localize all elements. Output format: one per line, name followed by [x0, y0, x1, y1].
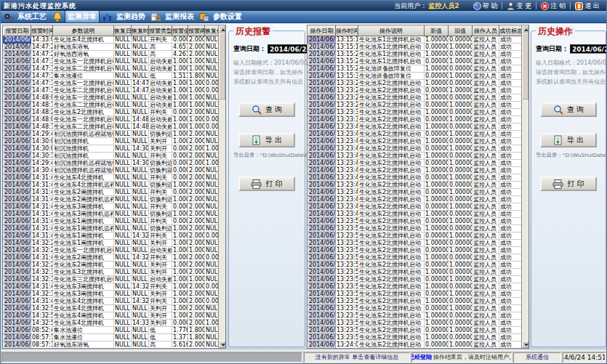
table-row[interactable]: 2014/06/2414:31:43生化池东4北搅拌机NULL14:32:55开…: [4, 298, 219, 305]
table-row[interactable]: 2014/06/2413:23:56生化池东2北搅拌机启动0.0000001.0…: [308, 276, 522, 283]
table-row[interactable]: 2014/06/2413:23:53生化池东2北搅拌机启动1.0000000.0…: [308, 225, 522, 232]
table-row[interactable]: 2014/06/2414:31:45生化池东2南搅拌机NULLNULL开到关0.…: [4, 189, 219, 196]
scrollbar-thumb[interactable]: [522, 33, 528, 100]
change-user-button[interactable]: 变 更: [503, 1, 535, 11]
menu-item-parameter-settings[interactable]: 参数设置: [199, 11, 244, 23]
table-row[interactable]: 2014/06/2413:23:54生化池东2北搅拌机启动1.0000000.0…: [308, 240, 522, 247]
table-row[interactable]: 2014/06/2414:31:47生化池东1南搅拌机远程就地切换NULLNUL…: [4, 225, 219, 232]
column-header[interactable]: 报警时间: [31, 26, 53, 36]
table-row[interactable]: 2014/06/2413:23:56生化池东2北搅拌机启动0.0000001.0…: [308, 291, 522, 298]
column-header[interactable]: 报警类型: [149, 26, 172, 36]
exit-button[interactable]: 退 出: [571, 1, 603, 11]
table-row[interactable]: 2014/06/2414:31:47生化池东1南搅拌机NULL14:32:21开…: [4, 232, 219, 240]
table-row[interactable]: 2014/06/2413:23:44生化池东2北搅拌机启动0.0000001.0…: [308, 160, 522, 167]
table-row[interactable]: 2014/06/2414:48:15生化池东二北搅拌机启动异常NULLNULL启…: [4, 102, 219, 109]
table-row[interactable]: 2014/06/2414:30:08初沉池搅拌机NULL14:30:15关到开0…: [4, 145, 219, 153]
table-row[interactable]: 2014/06/2413:23:54生化池东2北搅拌机启动0.0000001.0…: [308, 232, 522, 240]
table-row[interactable]: 2014/06/2413:23:56生化池东2北搅拌机启动1.0000000.0…: [308, 312, 522, 320]
table-row[interactable]: 2014/06/2413:23:55生化池东2北搅拌机启动1.0000000.0…: [308, 269, 522, 276]
column-header[interactable]: 新值: [425, 26, 449, 36]
column-header[interactable]: 成功标志: [499, 26, 522, 36]
status-alarm-message[interactable]: 没有新的异常 单击查看详细信息: [304, 352, 410, 363]
operation-table-scrollbar[interactable]: [521, 25, 528, 348]
table-row[interactable]: 2014/06/2414:33:07生化池东4北搅拌机NULLNULL开到关0.…: [4, 36, 219, 44]
table-row[interactable]: 2014/06/2413:23:42生化池东2北搅拌机启动1.0000000.0…: [308, 138, 522, 145]
table-row[interactable]: 2014/06/2413:23:22生化池东2北搅拌机启动1.0000000.0…: [308, 80, 522, 87]
column-header[interactable]: 恢复值: [205, 26, 219, 36]
column-header[interactable]: 操作人员: [473, 26, 499, 36]
table-row[interactable]: 2014/06/2413:23:27生化池东2北搅拌机启动1.0000000.0…: [308, 94, 522, 102]
table-row[interactable]: 2014/06/2413:23:44生化池东2北搅拌机启动1.0000000.0…: [308, 182, 522, 189]
scrollbar-thumb[interactable]: [219, 33, 225, 100]
table-row[interactable]: 2014/06/2414:47:33生化池东二北搅拌机启动异常NULL14:47…: [4, 87, 219, 94]
scrollbar-track[interactable]: [522, 100, 528, 341]
menu-item-monitor-alarm[interactable]: 监测异常: [52, 10, 100, 23]
table-row[interactable]: 2014/06/2413:23:41生化池东2北搅拌机启动0.0000001.0…: [308, 131, 522, 138]
column-header[interactable]: 报警阈值: [188, 26, 205, 36]
table-row[interactable]: 2014/06/2414:32:58生化池东4南搅拌机NULLNULL关到开1.…: [4, 312, 219, 320]
table-row[interactable]: 2014/06/2413:23:43生化池东2北搅拌机启动0.0000001.0…: [308, 145, 522, 153]
table-row[interactable]: 2014/06/2413:23:55生化池东2北搅拌机启动1.0000000.0…: [308, 254, 522, 262]
table-row[interactable]: 2014/06/2413:23:37生化池东2北搅拌机启动1.0000000.0…: [308, 109, 522, 116]
operation-print-button[interactable]: 打 印: [540, 177, 597, 191]
table-row[interactable]: 2014/06/2413:23:44生化池东2北搅拌机启动1.0000000.0…: [308, 196, 522, 203]
operation-query-date-input[interactable]: [570, 44, 607, 54]
table-row[interactable]: 2014/06/2414:31:43生化池东4北搅拌机远程就地切换NULLNUL…: [4, 182, 219, 189]
scroll-up-icon[interactable]: [219, 25, 225, 33]
table-row[interactable]: 2014/06/2408:57:15集水池液位NULLNULL低1.37771.…: [4, 334, 219, 341]
table-row[interactable]: 2014/06/2413:23:43生化池东2北搅拌机启动1.0000000.0…: [308, 153, 522, 160]
table-row[interactable]: 2014/06/2413:23:59生化池东2北搅拌机启动1.0000000.0…: [308, 334, 522, 341]
table-row[interactable]: 2014/06/2413:23:44生化池东2北搅拌机启动0.0000001.0…: [308, 174, 522, 182]
table-row[interactable]: 2014/06/2414:32:38生化池东3南搅拌机NULLNULL关到开1.…: [4, 291, 219, 298]
alarm-query-date-input[interactable]: [268, 44, 311, 54]
table-row[interactable]: 2014/06/2413:23:28生化池东2北搅拌机启动0.0000001.0…: [308, 102, 522, 109]
alarm-query-button[interactable]: 查 询: [238, 102, 295, 117]
table-row[interactable]: 2014/06/2413:23:57生化池东2北搅拌机启动0.0000001.0…: [308, 327, 522, 334]
table-row[interactable]: 2014/06/2413:23:56生化池东2北搅拌机启动0.0000001.0…: [308, 305, 522, 312]
table-row[interactable]: 2014/06/2413:15:24生化池东1北搅拌机启动1.0000000.0…: [308, 51, 522, 58]
table-row[interactable]: 2014/06/2414:32:30生化池东3北搅拌机NULLNULL关到开1.…: [4, 269, 219, 276]
menu-item-monitor-trend[interactable]: 监测趋势: [102, 11, 148, 23]
table-row[interactable]: 2014/06/2414:48:25生化池东2北搅拌机NULLNULL开到关0.…: [4, 109, 219, 116]
table-row[interactable]: 2014/06/2413:23:37生化池东2北搅拌机启动0.0000001.0…: [308, 116, 522, 124]
column-header[interactable]: 参数说明: [53, 26, 114, 36]
table-row[interactable]: 2014/06/2414:29:41初沉池搅拌机远程就地切换NULLNULL切换…: [4, 131, 219, 138]
table-row[interactable]: 2014/06/2413:23:56生化池东2北搅拌机启动1.0000000.0…: [308, 298, 522, 305]
table-row[interactable]: 2014/06/2413:23:57生化池东2北搅拌机启动1.0000000.0…: [308, 320, 522, 327]
table-row[interactable]: 2014/06/2413:23:45生化池东2北搅拌机启动1.0000000.0…: [308, 211, 522, 218]
table-row[interactable]: 2014/06/2414:32:27生化池东一北搅拌机启动异常NULLNULL启…: [4, 247, 219, 254]
table-row[interactable]: 2014/06/2414:48:04生化池东一北搅拌机启动异常NULL14:48…: [4, 116, 219, 124]
table-row[interactable]: 2014/06/2413:23:45生化池东2北搅拌机启动0.0000001.0…: [308, 203, 522, 211]
table-row[interactable]: 2014/06/2414:32:55生化池东4北搅拌机NULLNULL关到开1.…: [4, 305, 219, 312]
table-row[interactable]: 2014/06/2413:23:56生化池东2北搅拌机启动1.0000000.0…: [308, 283, 522, 291]
table-row[interactable]: 2014/06/2414:47:31集水池液位NULLNULL低1.51351.…: [4, 73, 219, 80]
column-header[interactable]: 恢复日期: [114, 26, 132, 36]
table-row[interactable]: 2014/06/2414:32:55生化池东4北搅拌机NULL14:33:07关…: [4, 320, 219, 327]
table-row[interactable]: 2014/06/2414:48:04生化池东一北搅拌机启动异常NULLNULL启…: [4, 94, 219, 102]
table-row[interactable]: 2014/06/2413:23:55生化池东2北搅拌机启动0.0000001.0…: [308, 247, 522, 254]
column-header[interactable]: 报警值: [172, 26, 188, 36]
table-row[interactable]: 2014/06/2414:32:34生化池东三北搅拌机启动异常NULLNULL启…: [4, 276, 219, 283]
table-row[interactable]: 2014/06/2414:48:15生化池东二北搅拌机启动异常NULL14:48…: [4, 124, 219, 131]
alarm-export-button[interactable]: 导 出: [238, 133, 295, 147]
menu-item-monitor-report[interactable]: 监测报表: [150, 11, 196, 23]
table-row[interactable]: 2014/06/2414:47:33生化池东一北搅拌机启动异常NULL14:47…: [4, 80, 219, 87]
scrollbar-track[interactable]: [219, 100, 225, 341]
table-row[interactable]: 2014/06/2414:32:28生化池东2南搅拌机NULLNULL关到开1.…: [4, 262, 219, 269]
table-row[interactable]: 2014/06/2414:47:28好氧池东溶氧NULLNULL高4.65782…: [4, 44, 219, 51]
column-header[interactable]: 操作说明: [358, 26, 425, 36]
table-row[interactable]: 2014/06/2413:23:40生化池东2北搅拌机启动1.0000000.0…: [308, 124, 522, 131]
column-header[interactable]: 操作日期: [308, 26, 336, 36]
table-row[interactable]: 2014/06/2413:23:55生化池东2北搅拌机启动0.0000001.0…: [308, 262, 522, 269]
logout-button[interactable]: 注 销: [537, 1, 569, 11]
table-row[interactable]: 2014/06/2414:29:41初沉池搅拌机远程就地切换NULL14:30:…: [4, 160, 219, 167]
scroll-up-icon[interactable]: [522, 25, 528, 33]
table-row[interactable]: 2014/06/2414:31:45生化池东3南搅拌机远程就地切换NULLNUL…: [4, 211, 219, 218]
table-row[interactable]: 2014/06/2414:31:45生化池东2南搅拌机远程就地切换NULLNUL…: [4, 196, 219, 203]
table-row[interactable]: 2014/06/2414:47:30生化池东一北搅拌机启动异常NULLNULL启…: [4, 58, 219, 65]
table-row[interactable]: 2014/06/2413:15:17生化池东1北搅拌机启动1.0000000.0…: [308, 36, 522, 44]
table-row[interactable]: 2014/06/2413:15:30生化池设备故障复位0.0000001.000…: [308, 73, 522, 80]
table-row[interactable]: 2014/06/2414:31:45生化池东3南搅拌机NULL14:32:38开…: [4, 283, 219, 291]
table-row[interactable]: 2014/06/2414:30:15初沉池搅拌机NULLNULL开到关0.000…: [4, 153, 219, 160]
table-row[interactable]: 2014/06/2414:31:43生化池东4北搅拌机NULLNULL开到关0.…: [4, 174, 219, 182]
